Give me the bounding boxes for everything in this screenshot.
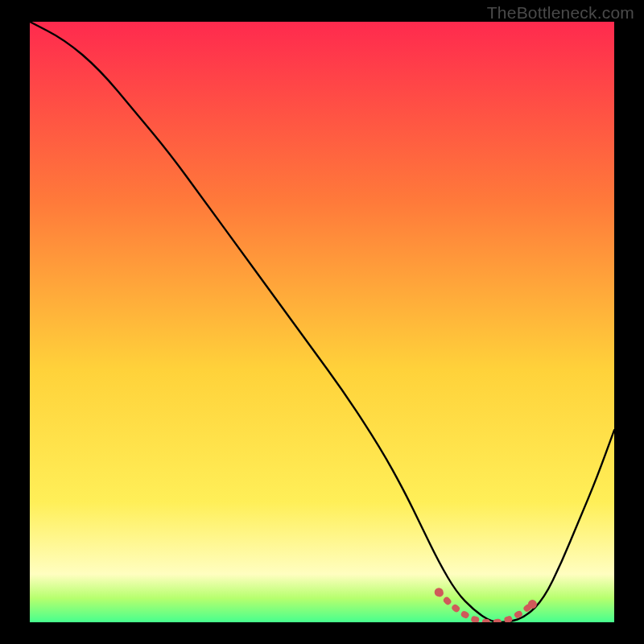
optimal-band-endpoint <box>435 588 444 597</box>
watermark-text: TheBottleneck.com <box>487 3 634 23</box>
plot-area <box>30 22 614 622</box>
gradient-background <box>30 22 614 622</box>
chart-frame: TheBottleneck.com <box>0 0 644 644</box>
chart-svg <box>30 22 614 622</box>
optimal-band-endpoint <box>528 600 537 609</box>
